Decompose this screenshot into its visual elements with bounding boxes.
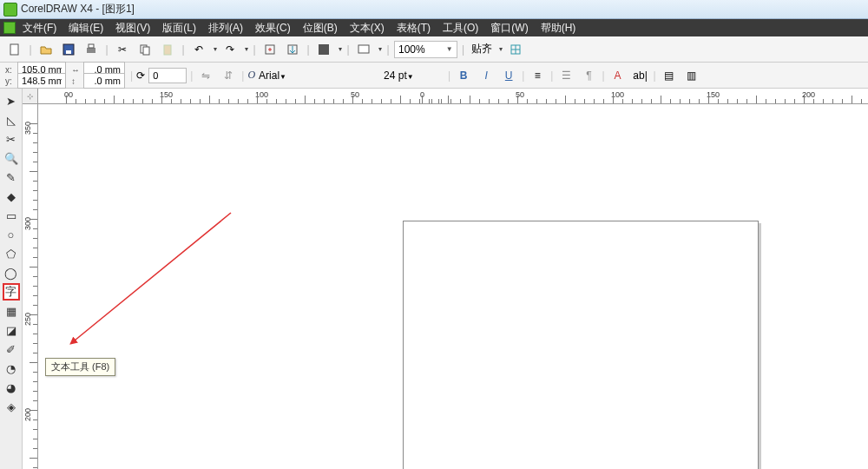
menu-layout[interactable]: 版面(L) bbox=[162, 21, 196, 36]
export-button[interactable] bbox=[283, 40, 302, 59]
canvas[interactable]: 文本工具 (F8) bbox=[38, 104, 868, 469]
svg-rect-2 bbox=[66, 50, 71, 54]
freehand-tool[interactable]: ✎ bbox=[3, 168, 20, 186]
ruler-vertical[interactable]: 350300250200 bbox=[23, 104, 38, 469]
dropcap-button[interactable]: ¶ bbox=[579, 66, 598, 85]
menu-arrange[interactable]: 排列(A) bbox=[208, 21, 243, 36]
interactive-fill-tool[interactable]: ◈ bbox=[3, 398, 20, 415]
property-bar: x: y: ↔ ↕ | ⟳ | ⇋ ⇵ | O Arial▼ 24 pt▼ | … bbox=[0, 63, 868, 89]
svg-rect-4 bbox=[89, 44, 94, 48]
ellipse-tool[interactable]: ○ bbox=[3, 226, 20, 243]
shape-tool[interactable]: ◺ bbox=[3, 111, 20, 129]
text-tool[interactable]: 字 bbox=[3, 283, 20, 301]
mirror-h-button[interactable]: ⇋ bbox=[196, 66, 215, 85]
zoom-tool[interactable]: 🔍 bbox=[3, 149, 20, 167]
rectangle-tool[interactable]: ▭ bbox=[3, 207, 20, 224]
new-button[interactable] bbox=[5, 40, 24, 59]
svg-rect-7 bbox=[164, 45, 171, 55]
smart-fill-tool[interactable]: ◆ bbox=[3, 188, 20, 205]
fill-tool[interactable]: ◕ bbox=[3, 379, 20, 396]
outline-tool[interactable]: ◔ bbox=[3, 360, 20, 377]
menu-table[interactable]: 表格(T) bbox=[397, 21, 431, 36]
mirror-v-button[interactable]: ⇵ bbox=[219, 66, 238, 85]
width-icon: ↔ bbox=[71, 65, 83, 75]
edit-text-button[interactable]: ab| bbox=[631, 66, 650, 85]
text-vertical-button[interactable]: ▥ bbox=[682, 66, 701, 85]
menu-bar: 文件(F) 编辑(E) 视图(V) 版面(L) 排列(A) 效果(C) 位图(B… bbox=[0, 19, 868, 36]
pick-tool[interactable]: ➤ bbox=[3, 92, 20, 109]
undo-button[interactable]: ↶ bbox=[189, 40, 208, 59]
window-title: CorelDRAW X4 - [图形1] bbox=[21, 2, 135, 17]
font-icon: O bbox=[247, 69, 255, 82]
position-fields: x: y: bbox=[5, 64, 66, 87]
crop-tool[interactable]: ✂ bbox=[3, 130, 20, 148]
ruler-corner[interactable]: ⊹ bbox=[23, 89, 38, 104]
rotate-icon: ⟳ bbox=[136, 69, 145, 82]
svg-rect-0 bbox=[10, 44, 18, 55]
app-launcher-button[interactable] bbox=[314, 40, 333, 59]
italic-button[interactable]: I bbox=[477, 66, 496, 85]
basic-shapes-tool[interactable]: ◯ bbox=[3, 264, 20, 281]
doc-icon bbox=[3, 22, 16, 34]
menu-bitmap[interactable]: 位图(B) bbox=[303, 21, 338, 36]
snap-label: 贴齐 bbox=[471, 42, 492, 56]
pos-y-input[interactable] bbox=[17, 73, 66, 89]
svg-line-13 bbox=[75, 213, 231, 340]
import-button[interactable] bbox=[260, 40, 279, 59]
effects-tool[interactable]: ◪ bbox=[3, 321, 20, 339]
annotation-arrow bbox=[66, 208, 240, 347]
toolbox: ➤ ◺ ✂ 🔍 ✎ ◆ ▭ ○ ⬠ ◯ 字 ▦ ◪ ✐ ◔ ◕ ◈ bbox=[0, 89, 23, 469]
svg-rect-11 bbox=[358, 45, 369, 53]
menu-text[interactable]: 文本(X) bbox=[350, 21, 385, 36]
welcome-button[interactable] bbox=[354, 40, 373, 59]
svg-rect-10 bbox=[319, 44, 329, 55]
fontsize-dropdown[interactable]: 24 pt▼ bbox=[384, 69, 444, 82]
text-tool-tooltip: 文本工具 (F8) bbox=[45, 358, 115, 376]
menu-edit[interactable]: 编辑(E) bbox=[69, 21, 103, 36]
underline-button[interactable]: U bbox=[499, 66, 518, 85]
text-horizontal-button[interactable]: ▤ bbox=[660, 66, 679, 85]
bullets-button[interactable]: ☰ bbox=[556, 66, 575, 85]
svg-rect-3 bbox=[87, 48, 95, 53]
height-icon: ↕ bbox=[71, 76, 83, 86]
font-dropdown[interactable]: Arial▼ bbox=[259, 69, 380, 82]
menu-window[interactable]: 窗口(W) bbox=[490, 21, 528, 36]
workspace: ➤ ◺ ✂ 🔍 ✎ ◆ ▭ ○ ⬠ ◯ 字 ▦ ◪ ✐ ◔ ◕ ◈ ⊹ 0015… bbox=[0, 89, 868, 469]
table-tool[interactable]: ▦ bbox=[3, 302, 20, 320]
zoom-dropdown[interactable]: 100%▼ bbox=[394, 41, 457, 58]
menu-file[interactable]: 文件(F) bbox=[23, 21, 56, 36]
height-input[interactable] bbox=[83, 73, 125, 89]
canvas-area: ⊹ 0015010050050100150200250 350300250200… bbox=[23, 89, 868, 469]
snap-options-button[interactable] bbox=[506, 40, 525, 59]
char-format-button[interactable]: A bbox=[608, 66, 628, 85]
window-titlebar: CorelDRAW X4 - [图形1] bbox=[0, 0, 868, 19]
print-button[interactable] bbox=[82, 40, 101, 59]
save-button[interactable] bbox=[59, 40, 78, 59]
cut-button[interactable]: ✂ bbox=[113, 40, 132, 59]
redo-button[interactable]: ↷ bbox=[220, 40, 240, 59]
bold-button[interactable]: B bbox=[454, 66, 473, 85]
size-fields: ↔ ↕ bbox=[71, 64, 125, 87]
app-icon bbox=[3, 3, 17, 17]
standard-toolbar: | | ✂ | ↶▾ ↷▾ | | ▾ | ▾ | 100%▼ | 贴齐▾ bbox=[0, 36, 868, 63]
align-button[interactable]: ≡ bbox=[528, 66, 547, 85]
menu-view[interactable]: 视图(V) bbox=[115, 21, 150, 36]
angle-input[interactable] bbox=[148, 68, 187, 83]
menu-help[interactable]: 帮助(H) bbox=[541, 21, 576, 36]
menu-effects[interactable]: 效果(C) bbox=[255, 21, 291, 36]
page bbox=[403, 221, 759, 469]
svg-rect-6 bbox=[143, 47, 149, 55]
polygon-tool[interactable]: ⬠ bbox=[3, 245, 20, 262]
ruler-horizontal[interactable]: 0015010050050100150200250 bbox=[38, 89, 868, 104]
copy-button[interactable] bbox=[135, 40, 155, 59]
eyedropper-tool[interactable]: ✐ bbox=[3, 340, 20, 358]
open-button[interactable] bbox=[36, 40, 56, 59]
menu-tools[interactable]: 工具(O) bbox=[443, 21, 478, 36]
paste-button[interactable] bbox=[158, 40, 177, 59]
